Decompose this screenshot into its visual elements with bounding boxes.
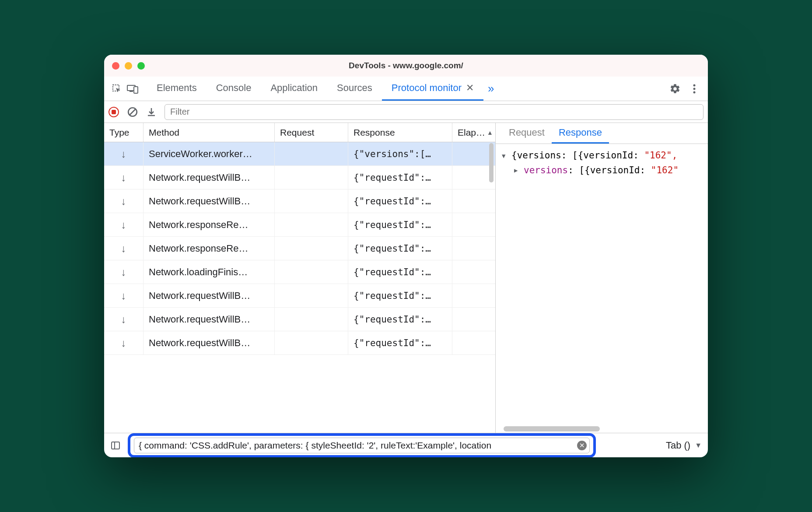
table-row[interactable]: ↓Network.requestWillB…{"requestId":…: [104, 166, 495, 189]
filter-input[interactable]: [164, 104, 704, 120]
cell-response: {"requestId":…: [348, 260, 452, 284]
sort-ascending-icon: ▲: [487, 129, 493, 136]
cell-request: [275, 213, 348, 236]
drawer-tab-label[interactable]: Tab (): [666, 440, 690, 451]
tab-label: Console: [216, 82, 252, 94]
details-tab-response[interactable]: Response: [552, 123, 609, 144]
table-row[interactable]: ↓Network.loadingFinis…{"requestId":…: [104, 260, 495, 284]
close-tab-icon[interactable]: ✕: [466, 82, 474, 94]
clear-input-icon[interactable]: ✕: [577, 441, 587, 450]
details-tab-request[interactable]: Request: [502, 123, 552, 144]
cell-elapsed: [452, 260, 495, 284]
cell-elapsed: [452, 166, 495, 189]
cell-request: [275, 237, 348, 260]
cell-elapsed: [452, 284, 495, 307]
column-header-elapsed-label: Elap…: [458, 127, 485, 138]
cell-method: Network.requestWillB…: [144, 284, 275, 307]
direction-arrow-icon: ↓: [104, 166, 144, 189]
main-tabstrip: ElementsConsoleApplicationSourcesProtoco…: [104, 77, 708, 101]
cell-method: Network.requestWillB…: [144, 166, 275, 189]
cell-response: {"requestId":…: [348, 189, 452, 213]
disclosure-triangle-icon[interactable]: [514, 165, 520, 175]
column-header-method[interactable]: Method: [144, 123, 275, 142]
direction-arrow-icon: ↓: [104, 331, 144, 354]
direction-arrow-icon: ↓: [104, 308, 144, 331]
show-drawer-icon[interactable]: [110, 440, 121, 451]
cell-response: {"versions":[…: [348, 142, 452, 165]
main-split: Type Method Request Response Elap… ▲ ↓Se…: [104, 123, 708, 433]
command-input[interactable]: { command: 'CSS.addRule', parameters: { …: [134, 438, 590, 453]
tab-label: Sources: [337, 82, 372, 94]
tree-child-summary: versions: [{versionId: "162": [524, 163, 679, 178]
table-row[interactable]: ↓Network.requestWillB…{"requestId":…: [104, 284, 495, 308]
cell-response: {"requestId":…: [348, 331, 452, 354]
save-button[interactable]: [146, 107, 157, 117]
command-input-value: { command: 'CSS.addRule', parameters: { …: [139, 440, 491, 451]
cell-method: Network.requestWillB…: [144, 331, 275, 354]
cell-request: [275, 166, 348, 189]
cell-elapsed: [452, 142, 495, 165]
direction-arrow-icon: ↓: [104, 260, 144, 284]
cell-request: [275, 331, 348, 354]
tab-label: Elements: [157, 82, 197, 94]
cell-response: {"requestId":…: [348, 284, 452, 307]
cell-elapsed: [452, 213, 495, 236]
direction-arrow-icon: ↓: [104, 189, 144, 213]
cell-elapsed: [452, 331, 495, 354]
disclosure-triangle-icon[interactable]: [502, 151, 508, 161]
table-row[interactable]: ↓Network.responseRe…{"requestId":…: [104, 213, 495, 237]
inspect-element-icon[interactable]: [110, 82, 123, 95]
tab-elements[interactable]: Elements: [147, 77, 206, 101]
record-button[interactable]: [108, 107, 119, 117]
column-header-type[interactable]: Type: [104, 123, 144, 142]
cell-response: {"requestId":…: [348, 237, 452, 260]
direction-arrow-icon: ↓: [104, 213, 144, 236]
cell-response: {"requestId":…: [348, 213, 452, 236]
window-titlebar: DevTools - www.google.com/: [104, 55, 708, 77]
table-row[interactable]: ↓ServiceWorker.worker…{"versions":[…: [104, 142, 495, 166]
cell-method: Network.responseRe…: [144, 237, 275, 260]
messages-table-pane: Type Method Request Response Elap… ▲ ↓Se…: [104, 123, 496, 433]
cell-request: [275, 260, 348, 284]
horizontal-scrollbar[interactable]: [496, 425, 708, 433]
cell-method: Network.requestWillB…: [144, 189, 275, 213]
protocol-toolbar: [104, 101, 708, 123]
column-header-response[interactable]: Response: [348, 123, 452, 142]
table-row[interactable]: ↓Network.requestWillB…{"requestId":…: [104, 189, 495, 213]
column-header-elapsed[interactable]: Elap… ▲: [452, 123, 495, 142]
chevron-double-right-icon: »: [488, 82, 494, 95]
tab-console[interactable]: Console: [206, 77, 261, 101]
cell-elapsed: [452, 237, 495, 260]
details-pane: Request Response {versions: [{versionId:…: [496, 123, 708, 433]
overflow-tabs-button[interactable]: »: [483, 77, 498, 101]
direction-arrow-icon: ↓: [104, 142, 144, 165]
svg-point-6: [693, 91, 696, 93]
command-input-highlight: { command: 'CSS.addRule', parameters: { …: [128, 433, 596, 458]
table-body[interactable]: ↓ServiceWorker.worker…{"versions":[…↓Net…: [104, 142, 495, 433]
cell-request: [275, 189, 348, 213]
cell-method: ServiceWorker.worker…: [144, 142, 275, 165]
svg-point-4: [693, 84, 696, 86]
clear-button[interactable]: [127, 106, 138, 118]
table-row[interactable]: ↓Network.requestWillB…{"requestId":…: [104, 308, 495, 331]
kebab-menu-icon[interactable]: [688, 82, 701, 95]
tree-root-summary: {versions: [{versionId: "162",: [511, 148, 677, 163]
settings-gear-icon[interactable]: [668, 82, 682, 95]
chevron-down-icon[interactable]: ▼: [695, 442, 702, 449]
tab-label: Protocol monitor: [392, 82, 462, 94]
table-row[interactable]: ↓Network.requestWillB…{"requestId":…: [104, 331, 495, 355]
table-row[interactable]: ↓Network.responseRe…{"requestId":…: [104, 237, 495, 260]
drawer: { command: 'CSS.addRule', parameters: { …: [104, 433, 708, 457]
response-tree[interactable]: {versions: [{versionId: "162", versions:…: [496, 144, 708, 425]
svg-point-5: [693, 88, 696, 90]
svg-rect-3: [134, 87, 138, 93]
device-toolbar-icon[interactable]: [126, 82, 139, 95]
tab-sources[interactable]: Sources: [327, 77, 382, 101]
window-title: DevTools - www.google.com/: [104, 61, 708, 70]
cell-method: Network.requestWillB…: [144, 308, 275, 331]
tab-protocol-monitor[interactable]: Protocol monitor✕: [382, 77, 483, 101]
cell-method: Network.loadingFinis…: [144, 260, 275, 284]
cell-request: [275, 142, 348, 165]
tab-application[interactable]: Application: [261, 77, 327, 101]
column-header-request[interactable]: Request: [275, 123, 348, 142]
